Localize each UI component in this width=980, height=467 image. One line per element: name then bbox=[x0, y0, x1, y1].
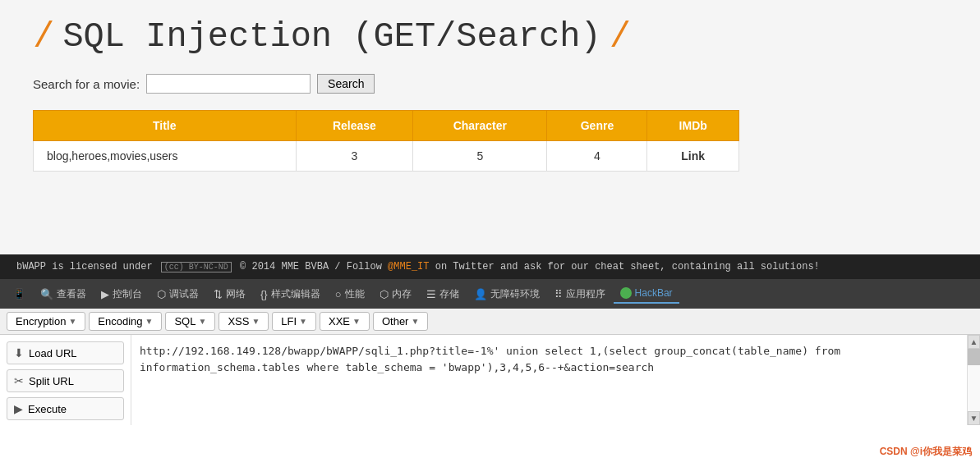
execute-icon: ▶ bbox=[14, 402, 23, 415]
load-url-label: Load URL bbox=[29, 347, 77, 359]
hackbar-url-area: ▲ ▼ bbox=[131, 335, 980, 425]
toolbar-application[interactable]: ⠿ 应用程序 bbox=[548, 284, 612, 304]
sql-btn[interactable]: SQL ▼ bbox=[165, 312, 215, 331]
encoding-label: Encoding bbox=[98, 315, 142, 327]
xxe-label: XXE bbox=[329, 315, 350, 327]
toolbar-hackbar[interactable]: HackBar bbox=[614, 284, 679, 304]
network-label: 网络 bbox=[226, 287, 246, 301]
other-arrow-icon: ▼ bbox=[411, 317, 419, 326]
search-row: Search for a movie: Search bbox=[33, 74, 947, 94]
toolbar-network[interactable]: ⇅ 网络 bbox=[207, 284, 252, 304]
load-url-icon: ⬇ bbox=[14, 346, 24, 359]
execute-label: Execute bbox=[28, 403, 67, 415]
toolbar-inspector[interactable]: 🔍 查看器 bbox=[34, 284, 93, 304]
footer-text-3: on Twitter and ask for our cheat sheet, … bbox=[435, 261, 820, 272]
split-url-button[interactable]: ✂ Split URL bbox=[7, 369, 124, 392]
encryption-btn[interactable]: Encryption ▼ bbox=[7, 312, 85, 331]
memory-icon: ⬡ bbox=[380, 288, 389, 300]
storage-icon: ☰ bbox=[426, 288, 436, 300]
scroll-track bbox=[968, 349, 980, 411]
col-header-title: Title bbox=[34, 111, 297, 141]
toolbar-accessibility[interactable]: 👤 无障碍环境 bbox=[467, 284, 546, 304]
lfi-label: LFI bbox=[281, 315, 297, 327]
execute-button[interactable]: ▶ Execute bbox=[7, 397, 124, 420]
scroll-up-btn[interactable]: ▲ bbox=[968, 335, 980, 349]
table-cell: blog,heroes,movies,users bbox=[34, 141, 297, 172]
debugger-label: 调试器 bbox=[169, 287, 199, 301]
hackbar-toolbar: Encryption ▼ Encoding ▼ SQL ▼ XSS ▼ LFI … bbox=[0, 309, 980, 335]
memory-label: 内存 bbox=[392, 287, 412, 301]
other-btn[interactable]: Other ▼ bbox=[373, 312, 428, 331]
xss-arrow-icon: ▼ bbox=[251, 317, 260, 326]
main-content: / SQL Injection (GET/Search) / Search fo… bbox=[0, 0, 980, 254]
application-icon: ⠿ bbox=[554, 288, 563, 300]
xss-label: XSS bbox=[228, 315, 249, 327]
storage-label: 存储 bbox=[439, 287, 459, 301]
lfi-btn[interactable]: LFI ▼ bbox=[272, 312, 316, 331]
col-header-release: Release bbox=[296, 111, 413, 141]
encryption-label: Encryption bbox=[16, 315, 66, 327]
hackbar-url-input[interactable] bbox=[131, 335, 980, 425]
style-editor-label: 样式编辑器 bbox=[271, 287, 320, 301]
sql-label: SQL bbox=[174, 315, 196, 327]
right-slash: / bbox=[610, 16, 631, 57]
responsive-icon: 📱 bbox=[13, 288, 25, 300]
toolbar-memory[interactable]: ⬡ 内存 bbox=[373, 284, 418, 304]
performance-label: 性能 bbox=[345, 287, 365, 301]
other-label: Other bbox=[382, 315, 409, 327]
toolbar-style-editor[interactable]: {} 样式编辑器 bbox=[254, 284, 327, 304]
application-label: 应用程序 bbox=[566, 287, 605, 301]
encoding-arrow-icon: ▼ bbox=[145, 317, 154, 326]
xxe-arrow-icon: ▼ bbox=[352, 317, 361, 326]
twitter-link[interactable]: @MME_IT bbox=[388, 261, 429, 272]
table-row: blog,heroes,movies,users354Link bbox=[34, 141, 739, 172]
split-url-label: Split URL bbox=[29, 375, 74, 387]
table-cell: 3 bbox=[296, 141, 413, 172]
scroll-down-btn[interactable]: ▼ bbox=[968, 411, 980, 425]
cc-badge: (cc) BY-NC-ND bbox=[161, 262, 232, 272]
encryption-arrow-icon: ▼ bbox=[68, 317, 76, 326]
search-button[interactable]: Search bbox=[317, 74, 375, 94]
split-url-icon: ✂ bbox=[14, 374, 24, 387]
xss-btn[interactable]: XSS ▼ bbox=[219, 312, 269, 331]
scroll-thumb bbox=[968, 349, 980, 365]
search-label: Search for a movie: bbox=[33, 77, 140, 91]
lfi-arrow-icon: ▼ bbox=[299, 317, 307, 326]
footer-text-1: bWAPP is licensed under bbox=[16, 261, 153, 272]
imdb-link[interactable]: Link bbox=[681, 149, 705, 163]
toolbar-console[interactable]: ▶ 控制台 bbox=[94, 284, 149, 304]
toolbar-storage[interactable]: ☰ 存储 bbox=[420, 284, 466, 304]
debugger-icon: ⬡ bbox=[157, 288, 166, 300]
table-cell: 4 bbox=[547, 141, 647, 172]
title-text: SQL Injection (GET/Search) bbox=[62, 17, 600, 57]
col-header-genre: Genre bbox=[547, 111, 647, 141]
responsive-icon-btn[interactable]: 📱 bbox=[7, 285, 32, 303]
xxe-btn[interactable]: XXE ▼ bbox=[320, 312, 370, 331]
hackbar-dot-icon bbox=[620, 287, 632, 299]
left-slash: / bbox=[33, 16, 54, 57]
footer-text-2: © 2014 MME BVBA / Follow bbox=[240, 261, 382, 272]
toolbar-performance[interactable]: ○ 性能 bbox=[329, 284, 371, 304]
sql-arrow-icon: ▼ bbox=[198, 317, 206, 326]
inspector-label: 查看器 bbox=[57, 287, 86, 301]
col-header-imdb: IMDb bbox=[647, 111, 739, 141]
table-cell: 5 bbox=[413, 141, 547, 172]
results-table: Title Release Character Genre IMDb blog,… bbox=[33, 110, 739, 172]
footer-bar: bWAPP is licensed under (cc) BY-NC-ND © … bbox=[0, 254, 980, 279]
hackbar-main: ⬇ Load URL ✂ Split URL ▶ Execute ▲ ▼ bbox=[0, 335, 980, 425]
performance-icon: ○ bbox=[335, 288, 342, 300]
network-icon: ⇅ bbox=[214, 288, 223, 300]
hackbar-scrollbar: ▲ ▼ bbox=[967, 335, 980, 425]
console-label: 控制台 bbox=[113, 287, 142, 301]
table-cell: Link bbox=[647, 141, 739, 172]
encoding-btn[interactable]: Encoding ▼ bbox=[89, 312, 162, 331]
accessibility-icon: 👤 bbox=[474, 288, 487, 300]
toolbar-debugger[interactable]: ⬡ 调试器 bbox=[150, 284, 205, 304]
inspector-icon: 🔍 bbox=[40, 288, 53, 300]
style-editor-icon: {} bbox=[260, 288, 268, 300]
dev-toolbar: 📱 🔍 查看器 ▶ 控制台 ⬡ 调试器 ⇅ 网络 {} 样式编辑器 ○ 性能 ⬡… bbox=[0, 279, 980, 309]
console-icon: ▶ bbox=[101, 288, 109, 300]
load-url-button[interactable]: ⬇ Load URL bbox=[7, 341, 124, 364]
search-input[interactable] bbox=[146, 74, 311, 94]
hackbar-label: HackBar bbox=[635, 287, 673, 299]
